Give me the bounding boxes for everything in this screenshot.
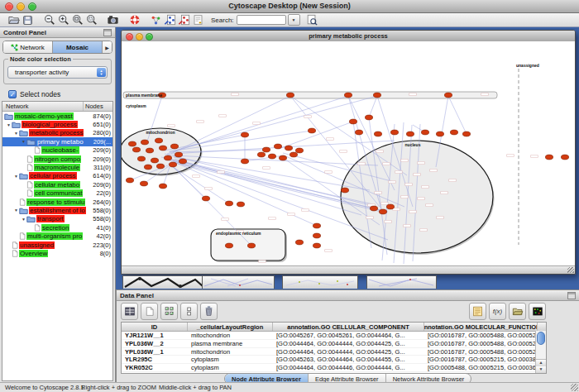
tree-column-nodes[interactable]: Nodes [84,103,112,110]
graph-node[interactable] [170,144,178,149]
graph-node[interactable] [290,152,297,157]
graph-edge[interactable] [161,157,373,204]
table-cell[interactable]: [GO:0005488, GO:0005215, GO:0003674] [424,364,538,371]
node-color-dropdown[interactable]: transporter activity ▲▼ [7,66,108,79]
search-options-button[interactable]: ▼ [288,14,300,26]
tree-row[interactable]: cellular metabo209(0) [2,180,112,189]
layout-network-icon[interactable] [163,14,177,26]
new-attribute-icon[interactable] [141,303,158,320]
graph-node[interactable] [146,148,153,153]
table-row[interactable]: YLR295Ccytoplasm[GO:0045263, GO:0044464,… [122,356,546,364]
graph-node[interactable] [159,146,166,151]
table-row[interactable]: YPL036W__1mitochondrion[GO:0044464, GO:0… [122,348,546,356]
network-window-titlebar[interactable]: primary metabolic process [122,31,575,42]
tree-row[interactable]: ▼establishment of lo558(0) [2,206,112,214]
graph-edge[interactable] [369,96,377,117]
background-window-fragment[interactable] [122,275,205,289]
snapshot-icon[interactable] [106,14,120,26]
tab-mosaic[interactable]: Mosaic [53,41,103,53]
graph-node[interactable] [341,188,348,193]
expander-icon[interactable]: ▼ [13,208,19,213]
graph-node[interactable] [151,158,158,163]
expander-icon[interactable]: ▼ [13,131,19,136]
function-builder-icon[interactable]: f(x) [489,303,506,320]
graph-node[interactable] [370,206,377,211]
graph-node[interactable] [225,201,232,206]
table-cell[interactable]: [GO:0044464, GO:0044446, GO:0044444, G..… [273,364,424,371]
scroll-down-icon[interactable]: ▼ [536,366,546,373]
matrix-view-icon[interactable] [529,303,546,320]
graph-node[interactable] [132,147,140,152]
select-attributes-icon[interactable] [160,303,178,320]
graph-node[interactable] [421,130,428,135]
graph-edge[interactable] [175,162,317,226]
graph-node[interactable] [308,128,315,133]
graph-node[interactable] [179,159,186,164]
graph-node[interactable] [175,152,182,157]
vizmapper-icon[interactable] [149,14,163,26]
app-resize-grip-icon[interactable] [571,384,578,391]
network-canvas[interactable]: plasma membranecytoplasmmitochondrionnuc… [122,41,575,266]
table-row[interactable]: YPL036W__2plasma membrane[GO:0044464, GO… [122,340,546,348]
graph-node[interactable] [279,155,286,160]
table-cell[interactable]: cytoplasm [188,364,273,371]
zoom-selected-icon[interactable] [84,14,98,26]
column-header[interactable]: _cellularLayoutRegion [188,323,273,331]
graph-node[interactable] [450,130,457,135]
resize-grip-icon[interactable] [567,267,574,273]
graph-edge[interactable] [290,96,380,207]
background-window-fragment[interactable] [282,275,358,289]
tree-row[interactable]: unassigned223(0) [2,241,112,249]
graph-node[interactable] [285,146,292,151]
graph-node[interactable] [295,148,303,153]
graph-node[interactable] [379,209,386,214]
graph-edge[interactable] [279,122,353,149]
tree-row[interactable]: nucleobase-209(0) [2,146,112,155]
graph-node[interactable] [561,155,568,160]
graph-node[interactable] [295,240,303,245]
graph-node[interactable] [374,131,381,136]
graph-node[interactable] [126,178,133,183]
graph-node[interactable] [241,132,248,137]
float-panel-icon[interactable] [567,292,576,299]
graph-node[interactable] [406,131,414,136]
graph-node[interactable] [268,154,275,159]
tree-row[interactable]: ▼biological_process651(0) [2,120,112,128]
tree-row[interactable]: mosaic-demo-yeast874(0) [2,112,112,120]
table-cell[interactable]: YKR052C [122,364,188,371]
table-cell[interactable]: [GO:0016787, GO:0005488, GO:0005215, G..… [424,348,538,356]
graph-node[interactable] [169,162,176,167]
table-cell[interactable]: [GO:0016787, GO:0005488, GO:0005215, G..… [424,332,538,339]
graph-node[interactable] [355,130,362,135]
tree-row[interactable]: cell communicat22(0) [2,189,112,198]
table-row[interactable]: YJR121W__1mitochondrion[GO:0045267, GO:0… [122,332,546,340]
background-window-fragment[interactable] [366,275,437,289]
table-cell[interactable]: YLR295C [122,356,188,363]
table-cell[interactable]: [GO:0045267, GO:0045261, GO:0044464, G..… [273,332,424,339]
delete-attribute-icon[interactable] [200,303,218,320]
save-session-icon[interactable] [21,14,35,26]
import-attributes-icon[interactable] [509,303,526,320]
graph-node[interactable] [144,165,151,170]
graph-node[interactable] [164,155,171,160]
graph-node[interactable] [444,93,452,98]
table-cell[interactable]: YPL036W__2 [122,340,188,347]
open-file-icon[interactable] [7,14,21,26]
table-cell[interactable]: [GO:0044464, GO:0044444, GO:0044425, G..… [273,340,424,347]
layout-network-alt-icon[interactable] [177,14,191,26]
graph-node[interactable] [349,119,356,124]
attribute-table-icon[interactable] [121,303,138,320]
graph-node[interactable] [128,141,136,146]
table-cell[interactable]: [GO:0045263, GO:0044464, GO:0044455, G..… [273,356,424,363]
graph-node[interactable] [286,93,294,98]
table-cell[interactable]: plasma membrane [188,340,273,347]
float-panel-icon[interactable] [103,29,112,36]
graph-node[interactable] [344,93,352,98]
graph-node[interactable] [313,243,320,248]
background-window-fragment[interactable] [202,275,275,289]
graph-node[interactable] [313,223,320,228]
graph-node[interactable] [373,93,380,98]
graph-node[interactable] [156,164,164,169]
select-nodes-checkbox[interactable]: ✓ [8,90,17,98]
graph-node[interactable] [241,159,248,164]
